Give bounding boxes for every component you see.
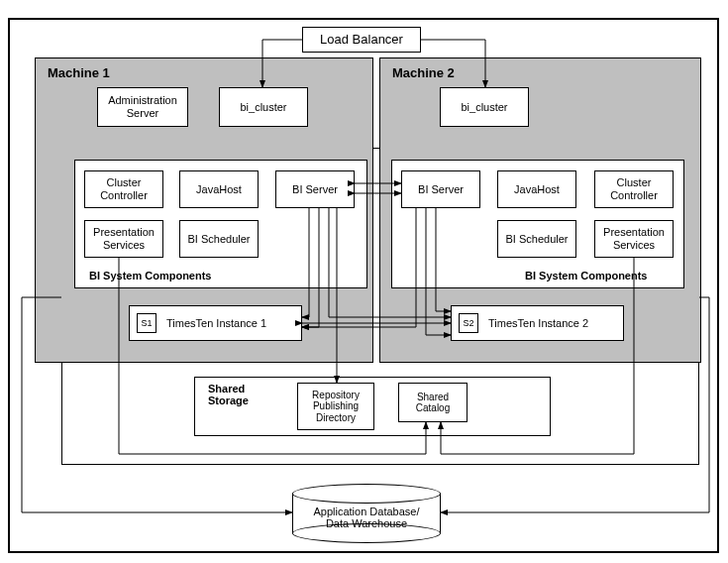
sys-comp-1-title: BI System Components <box>89 270 211 282</box>
bi-scheduler-1: BI Scheduler <box>179 220 259 258</box>
sys-comp-2-title: BI System Components <box>525 270 647 282</box>
javahost-2: JavaHost <box>497 170 576 208</box>
machine-2-title: Machine 2 <box>392 65 455 80</box>
tt1-label: TimesTen Instance 1 <box>166 317 266 329</box>
s1: S1 <box>137 313 156 333</box>
presentation-2: Presentation Services <box>594 220 674 258</box>
bi-cluster-1: bi_cluster <box>219 87 308 127</box>
s2: S2 <box>459 313 478 333</box>
bi-server-2: BI Server <box>401 170 480 208</box>
bi-cluster-2: bi_cluster <box>440 87 529 127</box>
shared-catalog: Shared Catalog <box>398 383 468 422</box>
machine-1-title: Machine 1 <box>48 65 110 80</box>
javahost-1: JavaHost <box>179 170 259 208</box>
admin-server: Administration Server <box>97 87 188 127</box>
load-balancer: Load Balancer <box>302 27 421 53</box>
tt2-label: TimesTen Instance 2 <box>488 317 588 329</box>
db-top <box>292 484 441 504</box>
bi-server-1: BI Server <box>275 170 355 208</box>
bi-scheduler-2: BI Scheduler <box>497 220 576 258</box>
shared-storage-title: Shared Storage <box>208 383 249 406</box>
presentation-1: Presentation Services <box>84 220 163 258</box>
repo-dir: Repository Publishing Directory <box>297 383 374 430</box>
cluster-ctrl-1: Cluster Controller <box>84 170 163 208</box>
db-label: Application Database/ Data Warehouse <box>307 506 426 529</box>
cluster-ctrl-2: Cluster Controller <box>594 170 674 208</box>
